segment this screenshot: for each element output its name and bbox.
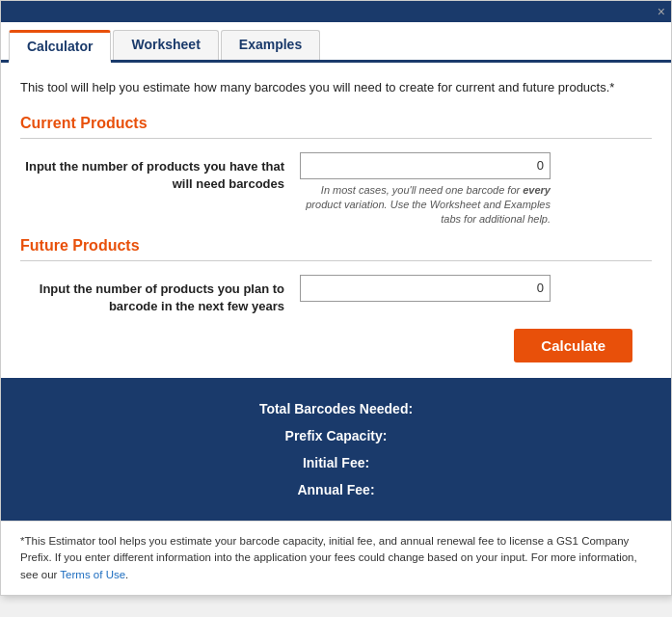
result-annual-fee: Annual Fee: bbox=[20, 476, 652, 503]
main-content: This tool will help you estimate how man… bbox=[1, 63, 671, 378]
result-total-barcodes: Total Barcodes Needed: bbox=[20, 395, 652, 422]
current-products-section: Current Products Input the number of pro… bbox=[20, 115, 652, 228]
close-button[interactable]: × bbox=[658, 5, 665, 18]
help-text-after: product variation. Use the Worksheet and… bbox=[306, 199, 551, 225]
title-bar: × bbox=[1, 1, 671, 22]
current-products-input-area: In most cases, you'll need one barcode f… bbox=[300, 152, 652, 228]
footer-period: . bbox=[125, 569, 128, 580]
current-products-label: Input the number of products you have th… bbox=[20, 152, 300, 193]
future-products-section: Future Products Input the number of prod… bbox=[20, 237, 652, 315]
help-text-before: In most cases, you'll need one barcode f… bbox=[321, 184, 523, 196]
terms-of-use-link[interactable]: Terms of Use bbox=[60, 569, 125, 580]
main-window: × Calculator Worksheet Examples This too… bbox=[0, 0, 672, 596]
results-bar: Total Barcodes Needed: Prefix Capacity: … bbox=[1, 378, 671, 521]
current-products-input[interactable] bbox=[300, 152, 551, 179]
tab-worksheet[interactable]: Worksheet bbox=[113, 30, 218, 60]
tab-calculator[interactable]: Calculator bbox=[9, 30, 111, 63]
result-initial-fee: Initial Fee: bbox=[20, 449, 652, 476]
future-products-input[interactable] bbox=[300, 275, 551, 302]
help-text-bold: every bbox=[523, 184, 551, 196]
current-products-help: In most cases, you'll need one barcode f… bbox=[300, 183, 551, 228]
intro-text: This tool will help you estimate how man… bbox=[20, 78, 652, 97]
tab-bar: Calculator Worksheet Examples bbox=[1, 22, 671, 63]
current-products-title: Current Products bbox=[20, 115, 652, 132]
calculate-button[interactable]: Calculate bbox=[514, 329, 632, 362]
future-products-input-area bbox=[300, 275, 652, 302]
tab-examples[interactable]: Examples bbox=[221, 30, 320, 60]
calculate-row: Calculate bbox=[20, 329, 652, 362]
current-products-row: Input the number of products you have th… bbox=[20, 152, 652, 228]
future-products-title: Future Products bbox=[20, 237, 652, 255]
result-prefix-capacity: Prefix Capacity: bbox=[20, 422, 652, 449]
current-products-divider bbox=[20, 138, 652, 139]
future-products-label: Input the number of products you plan to… bbox=[20, 275, 300, 315]
footer-note: *This Estimator tool helps you estimate … bbox=[1, 521, 671, 595]
future-products-row: Input the number of products you plan to… bbox=[20, 275, 652, 315]
future-products-divider bbox=[20, 260, 652, 261]
